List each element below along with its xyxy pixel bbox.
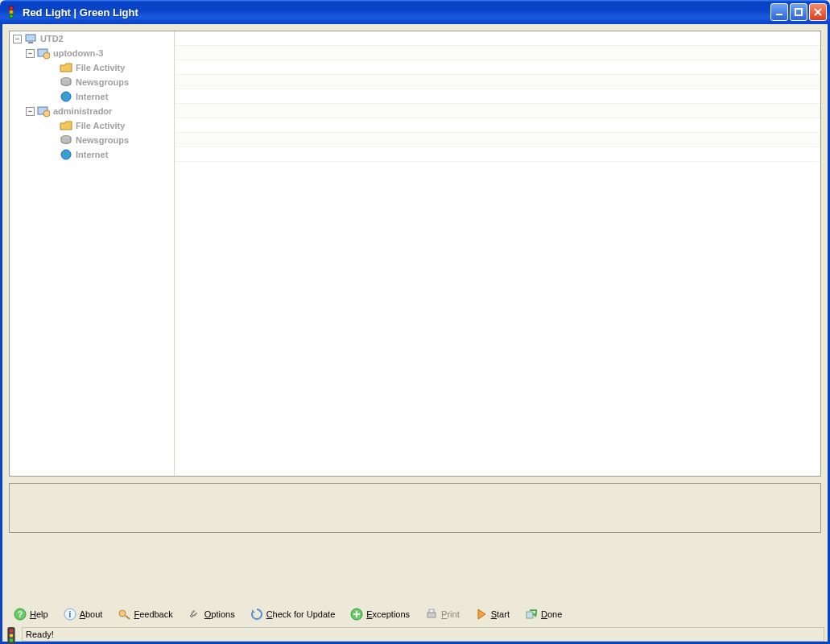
feedback-button[interactable]: Feedback [111,605,179,624]
info-icon: i [64,608,76,621]
svg-point-26 [10,634,14,638]
svg-rect-1 [10,10,13,14]
tree-label: Newsgroups [76,135,129,145]
tree-node-root[interactable]: − UTD2 [10,31,174,46]
tree-label: Newsgroups [76,77,129,87]
svg-text:?: ? [18,610,23,619]
app-icon [5,6,18,19]
print-icon [425,608,438,621]
collapse-icon[interactable]: − [26,49,35,58]
svg-point-27 [10,638,14,642]
disk-icon [60,134,72,147]
tree-label: uptodown-3 [53,48,103,58]
titlebar: Red Light | Green Light [0,0,830,24]
minimize-button[interactable] [770,3,788,21]
svg-rect-3 [776,14,783,15]
svg-rect-0 [10,6,13,10]
collapse-icon[interactable]: − [13,35,22,43]
toolbar: ? Help i About Feedback Options Check fo… [0,602,830,626]
empty-area [9,533,821,602]
svg-rect-5 [26,35,35,41]
tree-leaf-file-activity-0[interactable]: File Activity [10,60,174,75]
user-icon [37,47,50,60]
svg-rect-6 [28,42,33,43]
close-button[interactable] [809,3,827,21]
plus-icon [350,608,363,621]
svg-rect-23 [526,612,533,618]
tree-label: Internet [76,92,108,101]
tree-label: Internet [76,150,108,159]
window-controls [770,3,827,21]
start-button[interactable]: Start [469,605,516,624]
content-panel: − UTD2 − uptodown-3 File Activity Newsgr… [9,31,821,477]
tree-label: administrador [53,106,112,116]
globe-icon [60,90,72,103]
user-icon [37,105,50,118]
exceptions-button[interactable]: Exceptions [344,605,416,624]
svg-rect-2 [10,14,13,18]
statusbar: Ready! [0,626,830,644]
tree-leaf-internet-0[interactable]: Internet [10,89,174,104]
svg-point-12 [43,110,50,117]
status-text: Ready! [22,627,824,642]
svg-point-8 [43,52,50,59]
svg-rect-22 [429,609,434,613]
maximize-button[interactable] [790,3,807,21]
main-content: − UTD2 − uptodown-3 File Activity Newsgr… [0,24,830,602]
done-icon [525,608,538,621]
globe-icon [60,148,72,161]
svg-point-19 [119,610,126,617]
tree-leaf-newsgroups-1[interactable]: Newsgroups [10,133,174,147]
help-icon: ? [14,608,27,621]
svg-point-25 [10,629,14,633]
list-view[interactable] [175,31,820,476]
folder-icon [60,61,72,74]
refresh-icon [250,608,263,621]
about-button[interactable]: i About [57,605,109,624]
folder-icon [60,119,72,132]
tree-node-user-1[interactable]: − administrador [10,104,174,118]
tree-view[interactable]: − UTD2 − uptodown-3 File Activity Newsgr… [10,31,175,476]
tree-leaf-internet-1[interactable]: Internet [10,147,174,162]
traffic-light-icon [6,627,17,642]
print-button[interactable]: Print [419,605,466,624]
info-panel [9,483,821,533]
svg-rect-4 [795,9,802,15]
collapse-icon[interactable]: − [26,107,35,116]
feedback-icon [118,608,130,621]
window-title: Red Light | Green Light [23,6,770,19]
wrench-icon [188,608,201,621]
disk-icon [60,76,72,89]
check-update-button[interactable]: Check for Update [244,605,342,624]
tree-leaf-newsgroups-0[interactable]: Newsgroups [10,75,174,89]
tree-label: File Activity [76,121,125,130]
tree-leaf-file-activity-1[interactable]: File Activity [10,118,174,133]
tree-label: UTD2 [40,34,64,43]
computer-icon [24,32,37,45]
tree-label: File Activity [76,63,125,72]
tree-node-user-0[interactable]: − uptodown-3 [10,46,174,60]
options-button[interactable]: Options [182,605,242,624]
svg-rect-21 [427,613,436,617]
svg-text:i: i [68,610,71,619]
done-button[interactable]: Done [518,605,568,624]
help-button[interactable]: ? Help [7,605,55,624]
play-icon [475,608,488,621]
